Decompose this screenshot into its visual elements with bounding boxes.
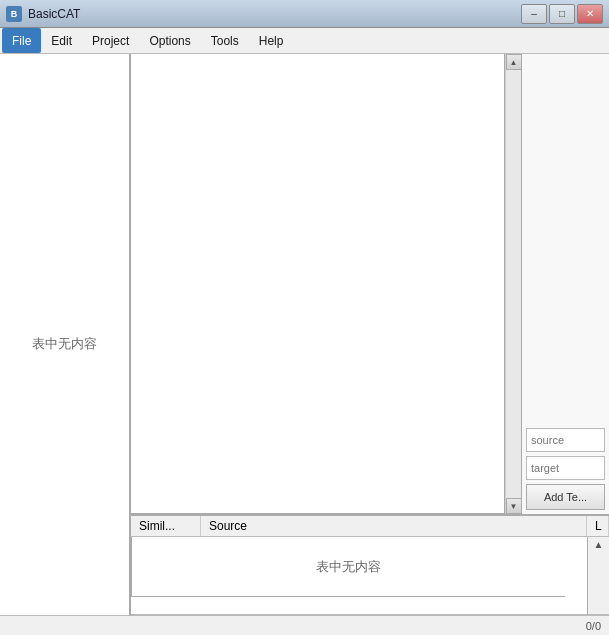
maximize-button[interactable]: □ [549,4,575,24]
header-simil: Simil... [131,516,201,536]
close-button[interactable]: ✕ [577,4,603,24]
status-bar: 0/0 [0,615,609,635]
main-content: 表中无内容 ▲ ▼ Add Te... [0,54,609,635]
bottom-table-body-wrapper: 表中无内容 ▲ [131,537,609,614]
editor-sidebar: Add Te... [521,54,609,514]
title-bar-controls: – □ ✕ [521,4,603,24]
target-input[interactable] [526,456,605,480]
scroll-up-btn[interactable]: ▲ [506,54,522,70]
title-bar-left: B BasicCAT [6,6,80,22]
editor-area: ▲ ▼ Add Te... [131,54,609,515]
left-panel-empty-text: 表中无内容 [32,335,97,353]
main-editor[interactable] [131,54,505,514]
sidebar-spacer [526,58,605,424]
scroll-track[interactable] [506,70,521,498]
title-bar: B BasicCAT – □ ✕ [0,0,609,28]
scroll-down-btn[interactable]: ▼ [506,498,522,514]
main-table-area: ▲ ▼ [131,54,521,514]
minimize-button[interactable]: – [521,4,547,24]
menu-item-edit[interactable]: Edit [41,28,82,53]
bottom-table-header: Simil... Source L [131,516,609,537]
menu-item-help[interactable]: Help [249,28,294,53]
menu-item-project[interactable]: Project [82,28,139,53]
header-source: Source [201,516,587,536]
editor-scrollbar[interactable]: ▲ ▼ [505,54,521,514]
bottom-scroll[interactable]: ▲ [587,537,609,614]
add-te-button[interactable]: Add Te... [526,484,605,510]
status-count: 0/0 [586,620,601,632]
menu-item-file[interactable]: File [2,28,41,53]
bottom-table-body: 表中无内容 [131,537,565,597]
menu-item-tools[interactable]: Tools [201,28,249,53]
app-icon: B [6,6,22,22]
right-area: ▲ ▼ Add Te... Simil... Source L [130,54,609,635]
menu-bar: File Edit Project Options Tools Help [0,28,609,54]
bottom-empty-text: 表中无内容 [316,558,381,576]
menu-item-options[interactable]: Options [139,28,200,53]
bottom-scroll-up-icon[interactable]: ▲ [594,539,604,550]
header-l: L [587,516,609,536]
left-panel: 表中无内容 [0,54,130,635]
source-input[interactable] [526,428,605,452]
app-title: BasicCAT [28,7,80,21]
